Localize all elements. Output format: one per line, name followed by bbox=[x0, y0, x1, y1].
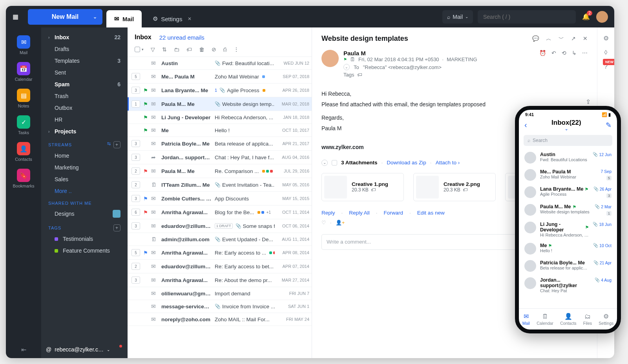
search-scope[interactable]: ⌕ Mail ⌄ bbox=[442, 10, 473, 24]
toggle-attachments-icon[interactable]: ⌄ bbox=[321, 160, 328, 166]
folder-drafts[interactable]: Drafts bbox=[44, 43, 124, 55]
tag-feature-comments[interactable]: Feature Comments bbox=[44, 245, 124, 257]
profile-avatar[interactable] bbox=[596, 11, 608, 23]
expand-recipients-icon[interactable]: ⌄ bbox=[343, 64, 350, 70]
close-reader-icon[interactable]: ✕ bbox=[583, 35, 588, 42]
download-zip-link[interactable]: Download as Zip bbox=[387, 160, 426, 166]
move-folder-icon[interactable]: 🗀 bbox=[174, 46, 179, 53]
mobile-mail-row[interactable]: AustinFwd: Beautiful Locations 📎12 Jun bbox=[519, 149, 617, 166]
edit-as-new-link[interactable]: Edit as new bbox=[417, 210, 445, 216]
mobile-mail-row[interactable]: Lana Bryante... Me⚑Agile Process 📎26 Apr… bbox=[519, 184, 617, 201]
select-all[interactable]: ▾ bbox=[135, 47, 144, 52]
mobile-mail-row[interactable]: Me⚑Hello ! 📎10 Oct bbox=[519, 240, 617, 257]
folder-outbox[interactable]: Outbox bbox=[44, 102, 124, 114]
shared-designs[interactable]: Designs bbox=[44, 207, 124, 220]
account-switcher[interactable]: @ rebecca@zylker.c… ⌄ bbox=[41, 341, 128, 358]
notifications-button[interactable]: 🔔 2 bbox=[582, 13, 590, 20]
mobile-tab-contacts[interactable]: 👤Contacts bbox=[560, 313, 576, 326]
extensions-icon[interactable]: ◊ bbox=[604, 49, 608, 56]
mail-row[interactable]: 1 ⚑ ✉ Paula M... Me 📎Website design temp… bbox=[128, 97, 312, 111]
mobile-mail-row[interactable]: Paula M... Me⚑Website design templates 📎… bbox=[519, 201, 617, 219]
mobile-tab-settings[interactable]: ⚙Settings bbox=[599, 313, 613, 326]
attachment-card[interactable]: Creative 1.png20.3 KB 🏷 bbox=[321, 173, 404, 201]
reply-icon[interactable]: ↶ bbox=[551, 50, 556, 78]
rail-mail[interactable]: ✉Mail bbox=[11, 33, 36, 57]
archive-icon[interactable]: ⎙ bbox=[223, 46, 226, 53]
select-attachments[interactable] bbox=[332, 160, 337, 166]
apps-grid-icon[interactable]: ▦ bbox=[6, 13, 25, 20]
mail-row[interactable]: 🗓 admin@zillum.com 📎Event Updated - De..… bbox=[128, 233, 312, 246]
reminder-icon[interactable]: ⏰ bbox=[539, 50, 546, 78]
open-external-icon[interactable]: ↗ bbox=[571, 35, 576, 42]
mobile-tab-files[interactable]: 🗂Files bbox=[583, 313, 592, 326]
mail-row[interactable]: ✉ message-service@... 📎Invoice from Invo… bbox=[128, 300, 312, 313]
mail-row[interactable]: 3 ➦ Jordan... support@z... Chat : Hey Pa… bbox=[128, 151, 312, 164]
mail-row[interactable]: ✉ Austin 📎Fwd: Beautiful locati... WED J… bbox=[128, 57, 312, 70]
mail-row[interactable]: 2 🗓 ITTeam Zillum... Me 📎Event Invitatio… bbox=[128, 178, 312, 192]
rail-tasks[interactable]: ✓Tasks bbox=[11, 113, 36, 137]
filter-icon[interactable]: ▽ bbox=[151, 46, 155, 53]
settings-icon[interactable]: ⚙ bbox=[603, 35, 609, 42]
stream-marketing[interactable]: Marketing bbox=[44, 162, 124, 173]
folder-hr[interactable]: HR bbox=[44, 114, 124, 126]
mail-row[interactable]: ⚑ ✉ Li Jung - Developer Hi Rebecca Ander… bbox=[128, 111, 312, 124]
folder-templates[interactable]: Templates3 bbox=[44, 55, 124, 67]
more-icon[interactable]: ⋮ bbox=[234, 46, 239, 53]
mobile-mail-row[interactable]: Li Jung - Developer⚑Hi Rebecca Anderson,… bbox=[519, 219, 617, 240]
rail-contacts[interactable]: 👤Contacts bbox=[11, 140, 36, 164]
more-actions-icon[interactable]: ⋯ bbox=[582, 50, 588, 78]
add-stream-button[interactable]: + bbox=[113, 141, 120, 148]
window-tab-settings[interactable]: ⚙Settings✕ bbox=[145, 10, 199, 27]
mail-row[interactable]: ✉ olilienwuaru@gmai... Import demand FRI… bbox=[128, 287, 312, 300]
mail-row[interactable]: 3 ⚑ ✉ Zombie Cutters... le... App Discou… bbox=[128, 192, 312, 206]
sort-icon[interactable]: ⇅ bbox=[162, 46, 167, 53]
mail-row[interactable]: 2 ⚑ ✉ Paula M... Me Re. Comparison ... J… bbox=[128, 164, 312, 178]
back-icon[interactable]: ‹ bbox=[524, 120, 527, 129]
flag-icon[interactable]: ⚑ bbox=[343, 57, 347, 62]
mobile-mail-row[interactable]: Me... Paula MZoho Mail Webinar 7 Sep5 bbox=[519, 166, 617, 184]
rail-calendar[interactable]: 📅Calendar bbox=[11, 60, 36, 84]
forward-link[interactable]: Forward bbox=[384, 210, 403, 216]
reply-all-icon[interactable]: ⟲ bbox=[562, 50, 566, 78]
mail-row[interactable]: ⚑ ✉ Me Hello ! OCT 10, 2017 bbox=[128, 124, 312, 137]
attach-to-link[interactable]: Attach to › bbox=[436, 160, 460, 166]
spam-icon[interactable]: ⊘ bbox=[212, 46, 216, 53]
folder-inbox[interactable]: ›Inbox22 bbox=[44, 31, 124, 43]
window-tab-mail[interactable]: ✉Mail bbox=[106, 10, 142, 27]
mail-row[interactable]: 3 ✉ Patricia Boyle... Me Beta release of… bbox=[128, 137, 312, 151]
streams-settings-icon[interactable]: ⇆ bbox=[107, 141, 111, 148]
prev-mail-icon[interactable]: ︿ bbox=[546, 35, 551, 42]
folder-trash[interactable]: Trash bbox=[44, 90, 124, 102]
mail-row[interactable]: 3 ✉ Amritha Agrawal... Re: About the dem… bbox=[128, 273, 312, 287]
mail-row[interactable]: 3 ⚑ ✉ Lana Bryante... Me 1📎Agile Process… bbox=[128, 84, 312, 97]
unread-count-link[interactable]: 22 unread emails bbox=[159, 34, 204, 41]
mobile-mail-row[interactable]: Jordan... support@zylkerChat: Hey Pat 📎4… bbox=[519, 275, 617, 296]
compose-button[interactable]: New Mail ⌄ bbox=[28, 9, 102, 25]
tag-testimonials[interactable]: Testimonials bbox=[44, 233, 124, 245]
chat-icon[interactable]: 💬 bbox=[532, 35, 539, 42]
tag-icon[interactable]: 🏷 bbox=[186, 46, 192, 53]
next-mail-icon[interactable]: ﹀ bbox=[559, 35, 564, 42]
folder-spam[interactable]: Spam6 bbox=[44, 78, 124, 90]
close-icon[interactable]: ✕ bbox=[188, 16, 192, 22]
mobile-mail-row[interactable]: Patricia Boyle... MeBeta release for app… bbox=[519, 257, 617, 275]
rail-bookmarks[interactable]: 🔖Bookmarks bbox=[11, 166, 36, 191]
search-input[interactable] bbox=[478, 10, 576, 24]
mail-row[interactable]: 6 ⚑ ✉ Amritha Agrawal... Blog for the Be… bbox=[128, 206, 312, 219]
like-icon[interactable]: ♡ bbox=[321, 220, 326, 226]
add-tag-button[interactable]: + bbox=[113, 224, 120, 231]
collapse-sidebar-icon[interactable]: ⇤ bbox=[21, 346, 26, 353]
stream-home[interactable]: Home bbox=[44, 150, 124, 162]
reply-all-link[interactable]: Reply All bbox=[349, 210, 370, 216]
folder-sent[interactable]: Sent bbox=[44, 67, 124, 78]
compose-icon[interactable]: ✎ bbox=[606, 121, 612, 129]
share-icon[interactable]: ⇪ bbox=[586, 98, 591, 106]
delete-icon[interactable]: 🗑 bbox=[199, 46, 204, 53]
invite-icon[interactable]: 👤+ bbox=[336, 220, 345, 226]
forward-icon[interactable]: ↳ bbox=[572, 50, 577, 78]
attachment-card[interactable]: Creative 2.png20.3 KB 🏷 bbox=[413, 173, 496, 201]
rail-notes[interactable]: ▤Notes bbox=[11, 86, 36, 111]
mail-row[interactable]: 5 ✉ Me... Paula M Zoho Mail Webinar SEP … bbox=[128, 70, 312, 84]
mobile-tab-calendar[interactable]: 🗓Calendar bbox=[537, 313, 553, 326]
reply-link[interactable]: Reply bbox=[321, 210, 335, 216]
